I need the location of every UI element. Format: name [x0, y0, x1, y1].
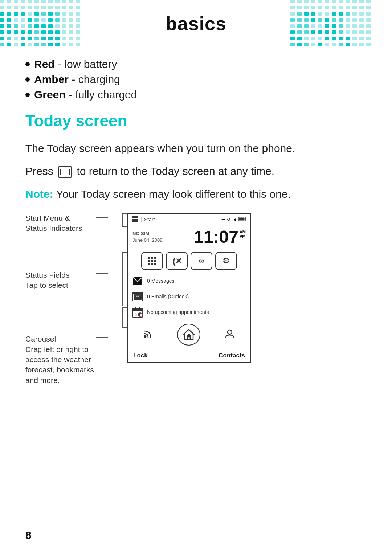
status-icons: ⇌ ↺ ◄ — [221, 217, 246, 222]
emails-icon — [132, 291, 143, 302]
svg-rect-6 — [239, 217, 245, 220]
connector-line-1 — [96, 217, 108, 218]
connector-line-2 — [96, 273, 108, 274]
calendar-icon: 1 ⏰ — [132, 307, 143, 317]
list-item-red: Red - low battery — [25, 58, 367, 70]
battery-icon — [238, 217, 246, 222]
windows-icon — [132, 216, 138, 223]
phone-end-btn[interactable]: (✕ — [166, 252, 188, 270]
softkey-contacts[interactable]: Contacts — [219, 352, 245, 359]
phone-with-bracket: | Start ⇌ ↺ ◄ — [122, 213, 251, 363]
decorative-grid-left — [0, 0, 102, 47]
svg-rect-5 — [246, 218, 246, 220]
svg-point-34 — [228, 330, 232, 334]
labels-column: Start Menu & Status Indicators Status Fi… — [25, 213, 108, 385]
svg-rect-11 — [151, 260, 153, 262]
label-group-start-menu: Start Menu & Status Indicators — [25, 213, 108, 234]
svg-rect-1 — [135, 216, 138, 218]
gear-icon: ⚙ — [222, 256, 230, 266]
signal-icon: ⇌ — [221, 217, 225, 222]
svg-rect-9 — [154, 257, 156, 259]
para-2-suffix: to return to the Today screen at any tim… — [77, 165, 274, 177]
para-2: Press to return to the Today screen at a… — [25, 163, 367, 179]
svg-rect-3 — [135, 219, 138, 222]
note-text: Your Today screen may look different to … — [56, 188, 291, 200]
para-2-prefix: Press — [25, 165, 56, 177]
list-item-green: Green - fully charged — [25, 89, 367, 101]
time-date-row: NO SIM June 04, 2008 11:07 AM PM — [128, 225, 250, 249]
label-carousel: Carousel — [25, 335, 56, 343]
svg-rect-32 — [188, 334, 189, 335]
home-icon-circle — [177, 324, 200, 346]
date-value: June 04, 2008 — [132, 237, 162, 244]
softkeys-row: Lock Contacts — [128, 349, 250, 362]
header-area: basics — [0, 0, 392, 47]
main-content: Red - low battery Amber - charging Green… — [0, 47, 392, 407]
bracket-bot — [122, 307, 127, 328]
page-number: 8 — [25, 529, 32, 541]
time-display: 11:07 — [194, 228, 238, 246]
list-item-amber: Amber - charging — [25, 73, 367, 86]
status-bar: | Start ⇌ ↺ ◄ — [128, 214, 250, 225]
battery-list: Red - low battery Amber - charging Green… — [25, 58, 367, 101]
note-label: Note: — [25, 188, 53, 200]
text-amber: - charging — [69, 73, 120, 85]
label-status-fields: Status Fields — [25, 271, 69, 279]
svg-point-29 — [144, 335, 146, 338]
svg-text:1: 1 — [135, 312, 137, 317]
quick-icons-row: (✕ ∞ ⚙ — [128, 249, 250, 273]
label-tap-to-select: Tap to select — [25, 281, 68, 289]
label-start-menu: Start Menu & — [25, 214, 70, 222]
status-bar-start-label: Start — [144, 217, 155, 222]
date-block: NO SIM June 04, 2008 — [132, 230, 162, 244]
svg-line-35 — [233, 336, 234, 337]
svg-text:⏰: ⏰ — [139, 313, 143, 317]
bullet-dot — [25, 93, 30, 97]
carousel-row — [128, 320, 250, 349]
bracket-lines — [122, 213, 127, 363]
refresh-icon: ↺ — [227, 217, 230, 222]
phone-dialpad-btn[interactable] — [141, 252, 163, 270]
connector-line-3 — [96, 337, 108, 338]
time-block: 11:07 AM PM — [194, 228, 246, 246]
label-amber: Amber — [34, 73, 69, 85]
svg-rect-8 — [151, 257, 153, 259]
settings-btn[interactable]: ⚙ — [215, 252, 237, 270]
appointments-text: No upcoming appointments — [147, 309, 209, 315]
home-button-icon — [58, 166, 72, 178]
svg-rect-13 — [148, 263, 150, 265]
svg-rect-15 — [154, 263, 156, 265]
label-group-carousel: Carousel Drag left or right to access th… — [25, 334, 108, 385]
bracket-top — [122, 213, 127, 227]
decorative-grid-right — [290, 0, 392, 47]
svg-rect-23 — [132, 308, 143, 311]
rss-icon — [143, 329, 153, 340]
messages-row: 0 Messages — [128, 273, 250, 289]
svg-text:(✕: (✕ — [173, 257, 182, 266]
text-red: - low battery — [55, 58, 117, 70]
bullet-dot — [25, 77, 30, 82]
svg-rect-10 — [148, 260, 150, 262]
messages-icon — [132, 276, 143, 286]
contacts-carousel-icon — [225, 328, 235, 341]
diagram-container: Start Menu & Status Indicators Status Fi… — [25, 213, 367, 385]
voicemail-btn[interactable]: ∞ — [191, 252, 212, 270]
label-group-status-fields: Status Fields Tap to select — [25, 270, 108, 291]
phone-screen: | Start ⇌ ↺ ◄ — [127, 213, 251, 363]
label-status-indicators: Status Indicators — [25, 224, 82, 232]
svg-rect-33 — [189, 334, 190, 335]
softkey-lock[interactable]: Lock — [133, 352, 148, 359]
note-paragraph: Note: Your Today screen may look differe… — [25, 186, 367, 202]
svg-rect-2 — [132, 219, 135, 222]
label-green: Green — [34, 89, 66, 101]
no-sim-label: NO SIM — [132, 230, 162, 237]
svg-rect-12 — [154, 260, 156, 262]
bracket-mid — [122, 252, 127, 306]
ampm-block: AM PM — [240, 228, 246, 238]
text-green: - fully charged — [66, 89, 137, 101]
messages-count: 0 Messages — [147, 278, 174, 284]
appointments-row: 1 ⏰ No upcoming appointments — [128, 304, 250, 320]
status-bar-divider: | — [140, 216, 142, 222]
emails-count: 0 Emails (Outlook) — [147, 294, 189, 299]
section-heading: Today screen — [25, 112, 367, 130]
